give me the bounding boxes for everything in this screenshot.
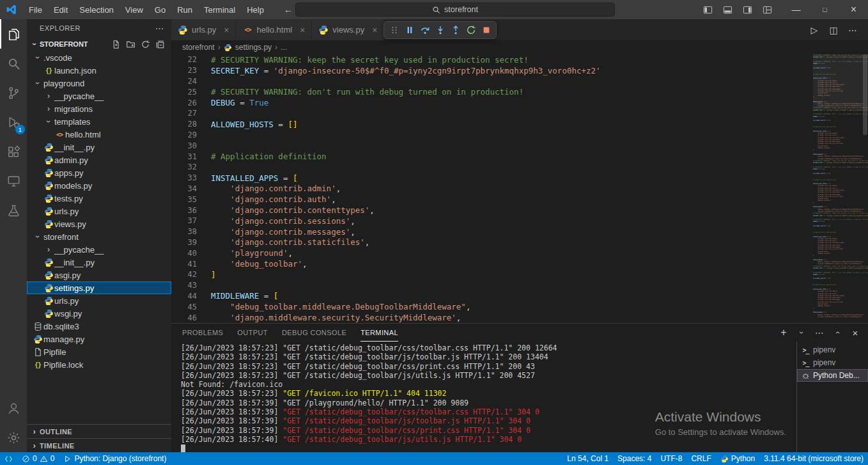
- tab-urls-py[interactable]: urls.py×: [171, 19, 236, 40]
- tree-item-pycache[interactable]: ›__pycache__: [27, 90, 171, 102]
- new-file-icon[interactable]: [111, 40, 121, 49]
- new-folder-icon[interactable]: [126, 40, 136, 49]
- tree-item-settings-py[interactable]: settings.py: [27, 281, 171, 294]
- terminal-session-pipenv[interactable]: >_pipenv: [797, 343, 868, 356]
- outline-section[interactable]: › OUTLINE: [27, 424, 171, 438]
- terminal-output[interactable]: [26/Jun/2023 18:57:23] "GET /static/debu…: [171, 342, 796, 452]
- menu-run[interactable]: Run: [171, 5, 198, 15]
- status-cursor-position[interactable]: Ln 54, Col 1: [562, 452, 613, 465]
- tree-item-launch-json[interactable]: {}launch.json: [27, 64, 171, 77]
- drag-grip-button[interactable]: [387, 24, 401, 37]
- close-panel-icon[interactable]: ×: [850, 327, 860, 338]
- menu-terminal[interactable]: Terminal: [198, 5, 241, 15]
- dropdown-icon[interactable]: ›: [796, 327, 807, 338]
- step-out-button[interactable]: [449, 24, 462, 37]
- tree-item-manage-py[interactable]: manage.py: [27, 333, 171, 345]
- back-button[interactable]: ←: [284, 4, 293, 15]
- new-terminal-icon[interactable]: +: [779, 327, 789, 338]
- tree-item-playground[interactable]: ›playground: [27, 77, 171, 90]
- activity-testing[interactable]: [0, 196, 27, 225]
- breadcrumb-item-storefront[interactable]: storefront: [182, 43, 215, 52]
- tab-hello-html[interactable]: <>hello.html×: [236, 19, 312, 40]
- tree-item-models-py[interactable]: models.py: [27, 179, 171, 192]
- status-python-interpreter[interactable]: 3.11.4 64-bit (microsoft store): [759, 452, 868, 465]
- more-actions-icon[interactable]: ⋯: [848, 25, 858, 35]
- tree-item-templates[interactable]: ›templates: [27, 115, 171, 128]
- panel-tab-problems[interactable]: PROBLEMS: [182, 324, 223, 342]
- toggle-secondary-sidebar-icon[interactable]: [743, 5, 752, 15]
- customize-layout-icon[interactable]: [763, 5, 772, 15]
- menu-file[interactable]: File: [23, 5, 48, 15]
- code-line-46[interactable]: 46 'django.middleware.security.SecurityM…: [171, 312, 813, 323]
- activity-extensions[interactable]: [0, 137, 27, 166]
- tree-item-urls-py[interactable]: urls.py: [27, 205, 171, 217]
- code-line-22[interactable]: 22# SECURITY WARNING: keep the secret ke…: [171, 54, 813, 65]
- close-tab-icon[interactable]: ×: [224, 25, 229, 35]
- activity-explorer[interactable]: [0, 19, 27, 49]
- tree-item-pycache[interactable]: ›__pycache__: [27, 243, 171, 256]
- tree-item-pipfile-lock[interactable]: {}Pipfile.lock: [27, 358, 171, 371]
- menu-help[interactable]: Help: [241, 5, 270, 15]
- remote-indicator[interactable]: [0, 452, 17, 465]
- toggle-sidebar-icon[interactable]: [703, 5, 713, 15]
- close-button[interactable]: ×: [839, 0, 868, 19]
- more-actions-icon[interactable]: ⋯: [155, 23, 165, 33]
- code-line-35[interactable]: 35 'django.contrib.auth',: [171, 194, 813, 205]
- tree-item-tests-py[interactable]: tests.py: [27, 192, 171, 205]
- collapse-all-icon[interactable]: [155, 40, 165, 49]
- tree-item-db-sqlite3[interactable]: db.sqlite3: [27, 320, 171, 333]
- panel-tab-output[interactable]: OUTPUT: [237, 324, 268, 342]
- code-line-24[interactable]: 24: [171, 76, 813, 87]
- run-python-icon[interactable]: ▷: [809, 25, 819, 35]
- minimap-slider[interactable]: [813, 54, 868, 109]
- tree-item-vscode[interactable]: ›.vscode: [27, 51, 171, 64]
- tree-item-pipfile[interactable]: Pipfile: [27, 345, 171, 358]
- command-center-search[interactable]: storefront: [295, 3, 615, 17]
- close-tab-icon[interactable]: ×: [300, 25, 305, 35]
- split-editor-icon[interactable]: ◫: [828, 25, 839, 35]
- code-line-38[interactable]: 38 'django.contrib.messages',: [171, 226, 813, 237]
- activity-remote-explorer[interactable]: [0, 166, 27, 196]
- terminal-session-python-deb[interactable]: Python Deb...: [797, 369, 868, 382]
- status-eol[interactable]: CRLF: [686, 452, 715, 465]
- status-encoding[interactable]: UTF-8: [656, 452, 686, 465]
- restart-button[interactable]: [464, 24, 477, 37]
- tree-item-urls-py[interactable]: urls.py: [27, 294, 171, 307]
- code-line-32[interactable]: 32: [171, 162, 813, 173]
- code-line-23[interactable]: 23SECRET_KEY = 'django-insecure-50$#^f0_…: [171, 65, 813, 76]
- code-line-36[interactable]: 36 'django.contrib.contenttypes',: [171, 205, 813, 216]
- breadcrumb-item-[interactable]: ...: [281, 43, 287, 52]
- tree-item-wsgi-py[interactable]: wsgi.py: [27, 307, 171, 320]
- menu-selection[interactable]: Selection: [74, 5, 119, 15]
- maximize-panel-icon[interactable]: ›: [832, 327, 842, 338]
- tree-item-apps-py[interactable]: apps.py: [27, 166, 171, 179]
- maximize-button[interactable]: □: [810, 0, 839, 19]
- tree-item-init-py[interactable]: __init__.py: [27, 256, 171, 269]
- project-root-row[interactable]: › STOREFRONT: [27, 37, 171, 51]
- code-line-34[interactable]: 34 'django.contrib.admin',: [171, 184, 813, 194]
- activity-search[interactable]: [0, 49, 27, 78]
- tree-item-migrations[interactable]: ›migrations: [27, 102, 171, 115]
- pause-button[interactable]: [403, 24, 416, 37]
- code-line-44[interactable]: 44MIDDLEWARE = [: [171, 291, 813, 302]
- code-line-27[interactable]: 27: [171, 108, 813, 119]
- more-icon[interactable]: ⋯: [814, 327, 825, 338]
- status-indentation[interactable]: Spaces: 4: [613, 452, 656, 465]
- tree-item-hello-html[interactable]: <>hello.html: [27, 128, 171, 141]
- step-over-button[interactable]: [418, 24, 431, 37]
- refresh-icon[interactable]: [141, 40, 150, 49]
- breadcrumb-item-settings-py[interactable]: settings.py: [235, 43, 272, 52]
- activity-settings[interactable]: [0, 423, 27, 452]
- code-line-26[interactable]: 26DEBUG = True: [171, 97, 813, 108]
- activity-run-and-debug[interactable]: 1: [0, 107, 27, 137]
- code-line-25[interactable]: 25# SECURITY WARNING: don't run with deb…: [171, 86, 813, 97]
- code-line-29[interactable]: 29: [171, 130, 813, 141]
- tree-item-views-py[interactable]: views.py: [27, 217, 171, 230]
- code-line-37[interactable]: 37 'django.contrib.sessions',: [171, 216, 813, 226]
- close-tab-icon[interactable]: ×: [372, 25, 377, 35]
- tree-item-admin-py[interactable]: admin.py: [27, 154, 171, 166]
- minimize-button[interactable]: —: [782, 0, 810, 19]
- problems-status[interactable]: 0 0: [17, 452, 59, 465]
- terminal-session-pipenv[interactable]: >_pipenv: [797, 356, 868, 369]
- activity-accounts[interactable]: [0, 393, 27, 423]
